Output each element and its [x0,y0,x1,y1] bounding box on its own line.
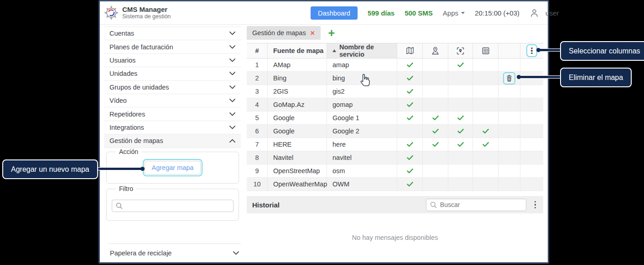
history-empty-message: No hay mensajes disponibles [247,234,543,241]
sidebar-item-papelera-de-reciclaje[interactable]: Papelera de reciclaje [108,244,241,262]
cell-source: OpenStreetMap [268,164,327,177]
sidebar-item-planes-de-facturación[interactable]: Planes de facturación [104,40,241,53]
cell-service: gis2 [327,85,397,98]
check-icon [406,180,414,188]
check-icon [406,114,414,122]
cell-service: OWM [327,178,397,191]
table-row[interactable]: 3 2GIS gis2 [247,85,543,98]
tab-bar: Gestión de mapas ✕ + [247,26,335,40]
cell-actions [499,164,520,177]
cell-focus-pin [448,125,473,138]
chevron-down-icon [229,112,235,116]
cell-tiles [473,98,499,111]
focus-pin-icon [456,46,465,56]
clock: 20:15:00 (+03) [475,9,519,17]
cell-source: GoMap.Az [268,98,327,111]
check-icon [457,140,465,148]
cell-actions [499,98,520,111]
check-icon [406,74,414,82]
sidebar-item-integrations[interactable]: Integrations [104,121,241,134]
pin-on-map-icon [431,46,440,56]
cell-service: Google 2 [327,125,397,138]
history-title: Historial [252,201,280,209]
cell-focus-pin [448,58,473,71]
apps-menu-label: Apps [443,9,458,17]
sidebar-item-grupos-de-unidades[interactable]: Grupos de unidades [104,81,241,94]
user-menu[interactable]: user [530,8,559,18]
app-subtitle: Sistema de gestión [122,13,171,20]
app-header: CMS Manager Sistema de gestión Dashboard… [100,1,548,25]
sidebar-item-cuentas[interactable]: Cuentas [104,27,241,40]
cell-source: OpenWeatherMap [268,178,327,191]
check-icon [406,61,414,69]
cell-focus-pin [448,72,473,85]
cell-focus-pin [448,164,473,177]
table-row[interactable]: 10 OpenWeatherMap OWM [247,178,543,191]
dashboard-button[interactable]: Dashboard [311,6,358,20]
cell-source: Google [268,125,327,138]
cell-source: Navitel [268,151,327,164]
cell-num: 9 [247,164,268,177]
cell-tiles [473,178,499,191]
history-search-input[interactable] [426,199,526,211]
filter-search-input[interactable] [112,200,234,212]
column-header-actions [499,43,520,58]
apps-menu[interactable]: Apps [443,9,465,17]
action-group-legend: Acción [116,148,141,155]
tab-gestion-de-mapas[interactable]: Gestión de mapas ✕ [247,26,321,40]
table-row[interactable]: 1 AMap amap [247,58,543,72]
user-name: user [545,9,559,17]
app-logo-gear-icon [104,5,119,20]
table-row[interactable]: 6 Google Google 2 [247,125,543,138]
add-tab-button[interactable]: + [328,28,335,37]
sidebar-item-repetidores[interactable]: Repetidores [104,107,241,121]
maps-table: # Fuente de mapa Nombre de servicio [247,43,543,191]
trash-icon [506,74,513,82]
column-header-map-icon[interactable] [397,43,423,58]
table-row[interactable]: 7 HERE here [247,138,543,151]
table-body: 1 AMap amap 2 Bing bing 3 2GIS gis2 4 Go… [247,58,543,191]
sidebar-item-usuarios[interactable]: Usuarios [104,54,241,67]
cell-actions [499,151,520,164]
column-header-tiles-icon[interactable] [473,43,499,58]
tab-close-icon[interactable]: ✕ [310,30,315,37]
check-icon [457,61,465,69]
column-header-pin-on-map-icon[interactable] [423,43,448,58]
column-header-num[interactable]: # [247,43,268,58]
filter-group-legend: Filtro [116,185,136,192]
table-row[interactable]: 5 Google Google 1 [247,111,543,125]
check-icon [406,101,414,109]
chevron-down-icon [461,12,465,14]
annotation-select-columns: Seleccionar columnas [560,41,644,61]
check-icon [482,127,490,135]
sidebar-item-vídeo[interactable]: Vídeo [104,94,241,107]
cell-map [397,178,423,191]
table-row[interactable]: 4 GoMap.Az gomap [247,98,543,111]
column-header-service[interactable]: Nombre de servicio [327,43,397,58]
sidebar-item-unidades[interactable]: Unidades [104,67,241,80]
table-row[interactable]: 9 OpenStreetMap osm [247,164,543,178]
column-header-focus-pin-icon[interactable] [448,43,473,58]
column-header-source[interactable]: Fuente de mapa [268,43,327,58]
cell-num: 6 [247,125,268,138]
annotation-connector-dot [536,48,540,52]
cell-actions [499,178,520,191]
cell-num: 10 [247,178,268,191]
select-columns-button[interactable] [526,44,537,57]
annotated-screenshot: CMS Manager Sistema de gestión Dashboard… [0,0,644,265]
cell-actions [499,85,520,98]
history-menu-button[interactable] [533,199,538,210]
cell-source: HERE [268,138,327,151]
delete-map-button[interactable] [503,72,515,85]
cell-pin-on-map [423,98,448,111]
cell-map [397,111,423,124]
cell-source: Google [268,111,327,124]
table-row[interactable]: 2 Bing bing [247,72,543,85]
table-row[interactable]: 8 Navitel navitel [247,151,543,164]
chevron-down-icon [229,126,235,129]
cell-tiles [473,164,499,177]
sidebar-item-gestión-de-mapas[interactable]: Gestión de mapas [104,134,241,148]
chevron-down-icon [229,45,235,49]
add-map-button[interactable]: Agregar mapa [145,161,201,175]
chevron-down-icon [229,99,235,102]
